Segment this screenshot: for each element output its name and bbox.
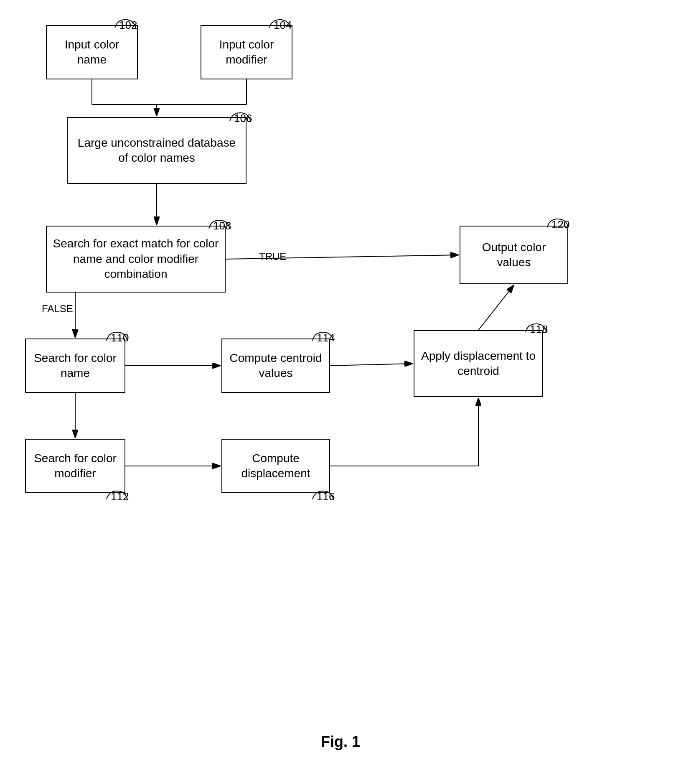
figure-title: Fig. 1 (0, 733, 681, 751)
box-search-exact-match-label: Search for exact match for color name an… (51, 236, 221, 282)
box-compute-centroid-label: Compute centroid values (226, 351, 325, 381)
box-apply-displacement: Apply displacement to centroid (414, 330, 543, 397)
bracket-120 (545, 217, 570, 229)
svg-line-9 (330, 364, 413, 366)
box-output-color-values-label: Output color values (465, 240, 563, 270)
bracket-118 (523, 322, 549, 334)
box-compute-displacement-label: Compute displacement (226, 451, 325, 481)
bracket-104 (267, 18, 292, 30)
box-input-color-name: Input color name (46, 25, 138, 79)
box-compute-centroid: Compute centroid values (221, 339, 330, 393)
box-apply-displacement-label: Apply displacement to centroid (419, 349, 538, 379)
box-input-color-modifier-label: Input color modifier (206, 37, 287, 68)
box-database-label: Large unconstrained database of color na… (72, 135, 241, 166)
svg-line-10 (478, 285, 514, 330)
diagram-container: Input color name 102 Input color modifie… (0, 0, 681, 784)
box-compute-displacement: Compute displacement (221, 439, 330, 493)
box-search-color-modifier: Search for color modifier (25, 439, 125, 493)
box-input-color-name-label: Input color name (51, 37, 133, 68)
box-database: Large unconstrained database of color na… (67, 117, 246, 184)
bracket-110 (104, 330, 130, 343)
box-search-color-name-label: Search for color name (30, 351, 120, 381)
bracket-114 (310, 330, 335, 343)
bracket-112 (104, 489, 130, 501)
box-search-exact-match: Search for exact match for color name an… (46, 226, 226, 293)
bracket-108 (207, 218, 232, 231)
box-output-color-values: Output color values (460, 226, 568, 284)
bracket-106 (228, 111, 253, 123)
box-search-color-modifier-label: Search for color modifier (30, 451, 120, 481)
box-search-color-name: Search for color name (25, 339, 125, 393)
bracket-102 (113, 18, 138, 30)
label-false: FALSE (42, 303, 73, 315)
bracket-116 (310, 489, 335, 501)
label-true: TRUE (259, 251, 286, 262)
box-input-color-modifier: Input color modifier (201, 25, 292, 79)
